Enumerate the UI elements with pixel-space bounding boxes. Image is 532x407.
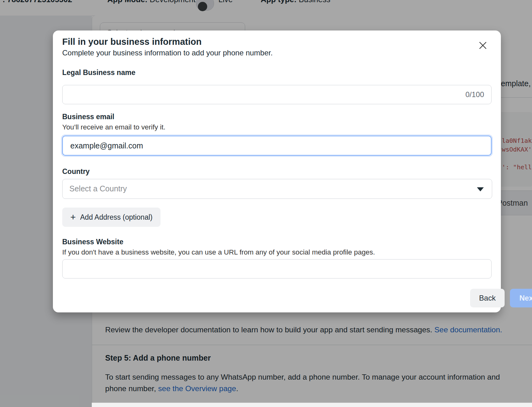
country-select[interactable]: Select a Country xyxy=(62,179,492,199)
dialog-subtitle: Complete your business information to ad… xyxy=(62,49,273,57)
char-counter: 0/100 xyxy=(465,85,484,104)
close-icon[interactable] xyxy=(478,40,488,50)
add-address-label: Add Address (optional) xyxy=(80,213,153,222)
country-label: Country xyxy=(62,167,90,176)
dialog-title: Fill in your business information xyxy=(62,37,202,47)
legal-name-field-wrap: 0/100 xyxy=(62,85,492,104)
website-helper: If you don't have a business website, yo… xyxy=(62,248,375,256)
country-placeholder: Select a Country xyxy=(69,184,492,193)
legal-name-label: Legal Business name xyxy=(62,68,135,77)
website-input[interactable] xyxy=(62,259,492,278)
legal-name-input[interactable] xyxy=(62,85,492,104)
back-button[interactable]: Back xyxy=(470,289,505,307)
email-label: Business email xyxy=(62,113,114,121)
next-button[interactable]: Next xyxy=(510,289,532,307)
email-helper: You’ll receive an email to verify it. xyxy=(62,123,166,131)
email-input[interactable] xyxy=(62,136,492,156)
bottom-scroll-strip[interactable] xyxy=(92,403,532,407)
business-info-dialog: Fill in your business information Comple… xyxy=(53,30,501,312)
add-address-button[interactable]: + Add Address (optional) xyxy=(62,208,161,227)
chevron-down-icon xyxy=(477,187,484,191)
website-label: Business Website xyxy=(62,238,123,246)
plus-icon: + xyxy=(70,213,76,222)
